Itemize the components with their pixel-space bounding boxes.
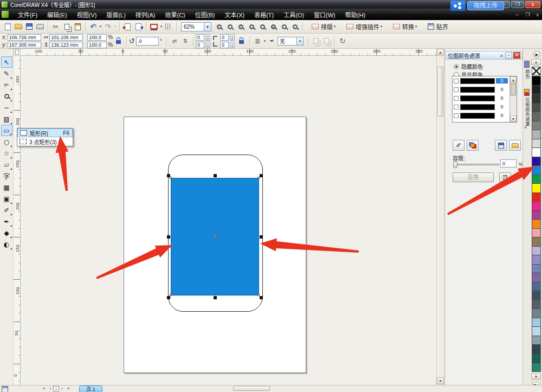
scroll-up-button[interactable]: ▲	[437, 49, 444, 56]
menu-item-7[interactable]: 文本(X)	[220, 9, 249, 20]
interactive-fill-tool[interactable]: ◐	[1, 239, 12, 250]
palette-swatch-4[interactable]	[532, 112, 541, 121]
redo-button[interactable]: ↷	[102, 21, 113, 32]
menu-item-5[interactable]: 效果(C)	[160, 9, 190, 20]
ruler-origin-box[interactable]	[14, 49, 21, 56]
palette-swatch-5[interactable]	[532, 121, 541, 131]
last-page-icon[interactable]: »	[67, 386, 69, 391]
palette-swatch-30[interactable]	[532, 345, 541, 354]
outline-width-combo[interactable]: 无▼	[278, 37, 304, 46]
palette-swatch-0[interactable]	[532, 76, 541, 86]
new-button[interactable]	[2, 21, 13, 32]
palette-swatch-15[interactable]	[532, 211, 541, 220]
palette-swatch-23[interactable]	[532, 282, 541, 292]
freehand-tool[interactable]: ∼	[1, 102, 12, 113]
undo-dropdown-icon[interactable]: ▾	[99, 24, 102, 29]
polygon-tool[interactable]: ☆	[1, 147, 12, 159]
palette-swatch-19[interactable]	[532, 247, 541, 256]
corner-br-spinner[interactable]: ▲▼	[230, 42, 235, 48]
menu-item-0[interactable]: 文件(F)	[13, 9, 42, 20]
command-dropdown-icon[interactable]: ▾	[379, 24, 383, 29]
first-page-icon[interactable]: «	[43, 386, 45, 391]
color-docker-tab[interactable]: 颜色	[524, 69, 530, 79]
paste-button[interactable]	[72, 21, 83, 32]
selection-handle[interactable]	[214, 296, 217, 299]
doc-minimize-button[interactable]: ─	[515, 12, 519, 17]
height-field[interactable]: 136.123 mm	[49, 42, 83, 48]
mask-color-row-1[interactable]: 0	[453, 85, 517, 94]
palette-swatch-7[interactable]	[532, 139, 541, 149]
mask-color-row-3[interactable]: 0	[453, 102, 517, 111]
wrap-dropdown-icon[interactable]: ▾	[263, 39, 267, 43]
shape-tool[interactable]: ✎	[1, 68, 12, 79]
zoom-tool-button-0[interactable]: +	[214, 21, 224, 32]
selection-handle[interactable]	[167, 296, 170, 299]
mask-color-row-4[interactable]: 0	[453, 111, 517, 120]
docker-strip-close-icon[interactable]: ×	[524, 125, 527, 130]
apply-button[interactable]: 应用	[453, 172, 494, 182]
mask-color-row-0[interactable]: 0	[453, 76, 517, 85]
palette-flyout-button[interactable]: ▶	[533, 51, 540, 58]
bitmap-color-mask-tab[interactable]: 位图颜色遮罩	[524, 98, 530, 127]
next-page-icon[interactable]: ›	[61, 386, 63, 391]
y-position-field[interactable]: 157.305 mm	[8, 42, 41, 48]
outline-dropdown-icon[interactable]: ▼	[296, 37, 303, 45]
mask-checkbox[interactable]	[454, 113, 459, 118]
rotation-angle-field[interactable]: .0	[136, 37, 159, 46]
launcher-dropdown-icon[interactable]: ▾	[159, 24, 163, 29]
menu-item-6[interactable]: 位图(B)	[190, 9, 220, 20]
docker-close-button[interactable]: ✕	[513, 52, 520, 59]
palette-swatch-10[interactable]	[532, 166, 541, 175]
palette-swatch-12[interactable]	[532, 184, 541, 193]
mask-scroll-thumb[interactable]	[511, 83, 516, 95]
palette-swatch-2[interactable]	[532, 94, 541, 104]
blend-tool[interactable]: ▣	[1, 193, 12, 204]
command-dropdown-icon[interactable]: ▾	[414, 24, 418, 29]
horizontal-scroll-thumb[interactable]	[233, 386, 270, 391]
palette-swatch-21[interactable]	[532, 265, 541, 274]
outline-tool[interactable]: ✒	[1, 216, 12, 227]
horizontal-ruler[interactable]: 10050050100150200250300350	[21, 49, 436, 56]
command-button-3[interactable]: 贴齐	[424, 21, 451, 33]
palette-swatch-13[interactable]	[532, 193, 541, 202]
menu-item-2[interactable]: 视图(V)	[72, 9, 102, 20]
tolerance-field[interactable]: 0	[500, 159, 517, 168]
page-1-tab[interactable]: 页 1	[79, 385, 102, 392]
palette-swatch-6[interactable]	[532, 130, 541, 139]
mask-checkbox[interactable]	[454, 87, 459, 92]
zoom-tool-button-4[interactable]: ▢	[257, 21, 268, 32]
symmetry-button-1[interactable]	[311, 36, 321, 47]
print-button[interactable]	[35, 21, 46, 32]
selection-handle[interactable]	[214, 174, 217, 177]
tolerance-slider[interactable]	[453, 164, 500, 165]
eyedropper-tool[interactable]: ✐	[1, 204, 12, 216]
command-button-0[interactable]: 排版▾	[308, 21, 340, 33]
palette-swatch-24[interactable]	[532, 291, 541, 300]
drawing-canvas[interactable]: ×	[21, 56, 436, 385]
corner-bl-field[interactable]: 0	[196, 42, 204, 48]
options-button[interactable]	[163, 21, 174, 32]
selection-handle[interactable]	[260, 174, 263, 177]
zoom-tool-button-3[interactable]: ▭	[246, 21, 257, 32]
zoom-tool-button-5[interactable]: ▤	[268, 21, 279, 32]
width-field[interactable]: 101.106 mm	[49, 34, 83, 41]
application-launcher-button[interactable]	[149, 21, 159, 32]
flyout-item-0[interactable]: 矩形(R)F6	[17, 128, 73, 137]
redo-dropdown-icon[interactable]: ▾	[113, 24, 117, 29]
open-button[interactable]	[13, 21, 24, 32]
mask-open-button[interactable]	[509, 140, 521, 151]
smart-fill-tool[interactable]: ▧	[1, 113, 12, 125]
corner-lock-icon[interactable]	[239, 40, 244, 44]
delete-mask-button[interactable]	[499, 172, 511, 182]
zoom-tool-button-6[interactable]: ↔	[279, 21, 289, 32]
zoom-tool-button-1[interactable]: −	[224, 21, 235, 32]
menu-item-9[interactable]: 工具(O)	[279, 9, 309, 20]
restore-button[interactable]: ❐	[511, 1, 524, 8]
flyout-item-1[interactable]: 3 点矩形(3)	[17, 137, 73, 146]
palette-swatch-20[interactable]	[532, 255, 541, 265]
zoom-tool-button-2[interactable]: 1	[235, 21, 246, 32]
corner-tl-spinner[interactable]: ▲▼	[205, 34, 210, 41]
prev-page-icon[interactable]: ‹	[49, 386, 51, 391]
mask-list-scrollbar[interactable]: ▲ ▼	[509, 76, 517, 122]
selection-handle[interactable]	[260, 296, 263, 299]
